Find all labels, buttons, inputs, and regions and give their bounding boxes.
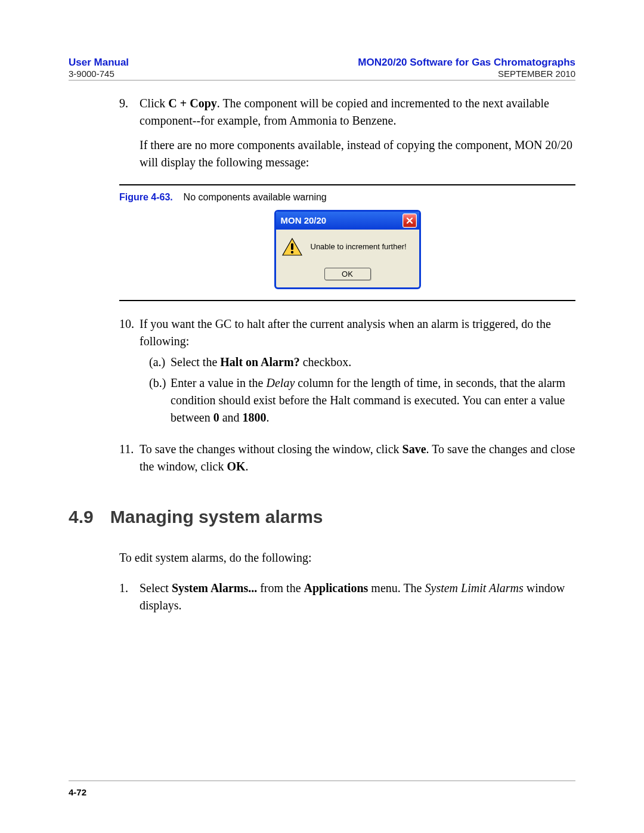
bold-text: 0	[213, 411, 219, 424]
substep-b: (b.) Enter a value in the Delay column f…	[149, 374, 575, 426]
text: checkbox.	[300, 355, 352, 368]
figure-caption-text: No components available warning	[184, 192, 327, 202]
bold-text: OK	[227, 460, 245, 473]
step-number: 1.	[119, 580, 140, 614]
close-button[interactable]	[402, 213, 417, 228]
step-11: 11. To save the changes without closing …	[119, 441, 575, 475]
figure-label: Figure 4-63.	[119, 192, 173, 202]
heading-text: Managing system alarms	[110, 504, 323, 530]
text: .	[267, 411, 270, 424]
section-step-1: 1. Select System Alarms... from the Appl…	[119, 580, 575, 614]
header-right-title: MON20/20 Software for Gas Chromatographs	[358, 57, 575, 69]
figure-caption: Figure 4-63. No components available war…	[119, 190, 575, 204]
section-intro: To edit system alarms, do the following:	[119, 549, 575, 566]
bold-text: Halt on Alarm?	[220, 355, 299, 368]
text: Click	[140, 97, 168, 110]
page-number: 4-72	[69, 787, 86, 797]
warning-icon	[282, 238, 302, 256]
section-heading: 4.9 Managing system alarms	[69, 504, 575, 530]
svg-point-2	[290, 251, 293, 253]
text: menu. The	[368, 581, 425, 594]
bold-text: System Alarms...	[172, 581, 257, 594]
text: and	[219, 411, 243, 424]
figure-block: Figure 4-63. No components available war…	[119, 184, 575, 301]
header-left-sub: 3-9000-745	[69, 69, 129, 79]
italic-text: System Limit Alarms	[425, 581, 524, 594]
bold-text: Save	[402, 442, 426, 456]
dialog-title-text: MON 20/20	[281, 214, 327, 227]
text: Enter a value in the	[171, 376, 267, 389]
dialog-window: MON 20/20 Unable to incre	[274, 210, 421, 289]
step-number: 10.	[119, 315, 140, 426]
header-left-title: User Manual	[69, 57, 129, 69]
text: Select the	[171, 355, 220, 368]
substep-label: (b.)	[149, 374, 171, 426]
dialog-message: Unable to increment further!	[311, 241, 407, 253]
substep-label: (a.)	[149, 354, 171, 371]
paragraph: If there are no more components availabl…	[140, 137, 575, 171]
svg-rect-1	[291, 243, 293, 250]
bold-text: 1800	[243, 411, 267, 424]
header-right-sub: SEPTEMBER 2010	[358, 69, 575, 79]
page-header: User Manual 3-9000-745 MON20/20 Software…	[69, 57, 575, 80]
text: from the	[257, 581, 304, 594]
text: To save the changes without closing the …	[140, 442, 402, 456]
text: If you want the GC to halt after the cur…	[140, 317, 551, 348]
italic-text: Delay	[267, 376, 295, 389]
bold-text: C + Copy	[168, 97, 216, 110]
close-icon	[406, 217, 413, 224]
dialog-titlebar: MON 20/20	[276, 212, 419, 230]
text: Select	[140, 581, 172, 594]
bold-text: Applications	[304, 581, 369, 594]
text: .	[246, 460, 249, 473]
step-10: 10. If you want the GC to halt after the…	[119, 315, 575, 426]
ok-button[interactable]: OK	[324, 268, 371, 280]
step-9: 9. Click C + Copy. The component will be…	[119, 95, 575, 171]
step-number: 9.	[119, 95, 140, 171]
heading-number: 4.9	[69, 504, 94, 530]
substep-a: (a.) Select the Halt on Alarm? checkbox.	[149, 354, 575, 371]
page-footer: 4-72	[69, 781, 575, 797]
step-number: 11.	[119, 441, 140, 475]
